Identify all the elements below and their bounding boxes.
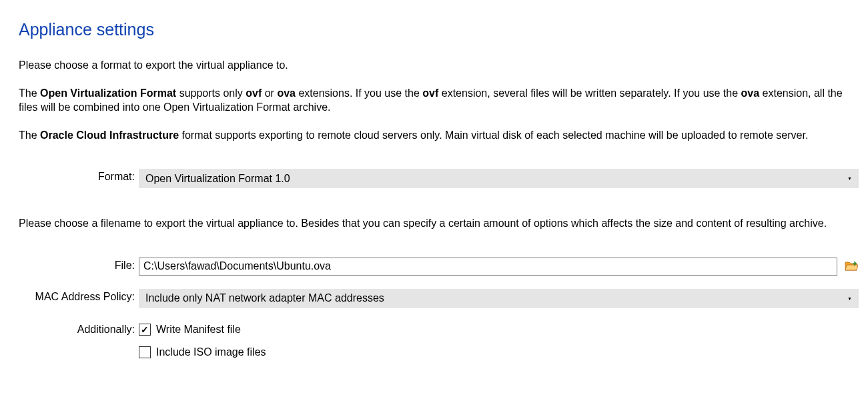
text: The bbox=[19, 129, 40, 141]
file-intro-text: Please choose a filename to export the v… bbox=[19, 216, 859, 231]
text: or bbox=[262, 87, 277, 99]
format-combo[interactable]: Open Virtualization Format 1.0 ▼ bbox=[139, 169, 859, 188]
format-combo-value: Open Virtualization Format 1.0 bbox=[145, 173, 290, 185]
format-label: Format: bbox=[19, 169, 139, 185]
page-title: Appliance settings bbox=[19, 20, 859, 39]
folder-open-icon bbox=[845, 260, 858, 272]
text: The bbox=[19, 87, 40, 99]
intro-text: Please choose a format to export the vir… bbox=[19, 58, 859, 73]
include-iso-label: Include ISO image files bbox=[156, 346, 266, 358]
chevron-down-icon: ▼ bbox=[847, 176, 852, 181]
ovf-description: The Open Virtualization Format supports … bbox=[19, 86, 859, 115]
text: extensions. If you use the bbox=[296, 87, 422, 99]
text: format supports exporting to remote clou… bbox=[179, 129, 808, 141]
write-manifest-label: Write Manifest file bbox=[156, 324, 241, 336]
browse-file-button[interactable] bbox=[844, 259, 859, 274]
write-manifest-checkbox[interactable] bbox=[139, 324, 151, 336]
text-bold: ova bbox=[741, 87, 760, 99]
file-label: File: bbox=[19, 258, 139, 274]
mac-policy-label: MAC Address Policy: bbox=[19, 289, 139, 305]
text-bold: ovf bbox=[246, 87, 262, 99]
mac-policy-combo-value: Include only NAT network adapter MAC add… bbox=[145, 292, 384, 304]
additionally-label: Additionally: bbox=[19, 322, 139, 338]
mac-policy-combo[interactable]: Include only NAT network adapter MAC add… bbox=[139, 289, 859, 308]
text: supports only bbox=[176, 87, 246, 99]
include-iso-checkbox[interactable] bbox=[139, 346, 151, 358]
text-bold: Open Virtualization Format bbox=[40, 87, 176, 99]
text-bold: ova bbox=[277, 87, 296, 99]
file-path-input[interactable] bbox=[139, 258, 837, 276]
oci-description: The Oracle Cloud Infrastructure format s… bbox=[19, 128, 859, 143]
chevron-down-icon: ▼ bbox=[847, 296, 852, 301]
text: extension, several files will be written… bbox=[438, 87, 741, 99]
text-bold: ovf bbox=[422, 87, 438, 99]
text-bold: Oracle Cloud Infrastructure bbox=[40, 129, 179, 141]
